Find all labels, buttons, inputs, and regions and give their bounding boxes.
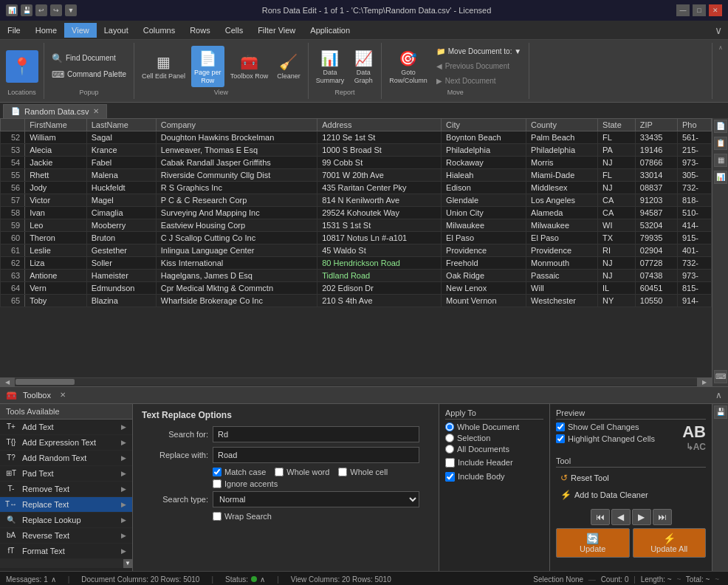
- data-cell[interactable]: Westchester: [526, 294, 598, 307]
- highlight-changed-cells-checkbox[interactable]: Highlight Changed Cells: [556, 434, 655, 443]
- first-button[interactable]: ⏮: [591, 509, 610, 525]
- data-cell[interactable]: Milwaukee: [526, 219, 598, 231]
- data-cell[interactable]: 305-: [678, 168, 712, 181]
- data-cell[interactable]: 215-: [678, 143, 712, 156]
- data-cell[interactable]: NJ: [598, 269, 636, 281]
- col-header-county[interactable]: County: [526, 118, 598, 131]
- data-cell[interactable]: Passaic: [526, 269, 598, 281]
- tools-scrollbar[interactable]: ▼: [0, 559, 132, 568]
- reset-tool-button[interactable]: ↺ Reset Tool: [556, 471, 706, 485]
- data-cell[interactable]: RI: [598, 244, 636, 256]
- data-cell[interactable]: Leslie: [25, 244, 87, 256]
- data-cell[interactable]: 1210 Se 1st St: [317, 131, 442, 143]
- menu-layout[interactable]: Layout: [97, 23, 136, 38]
- dropdown-icon[interactable]: ▼: [65, 4, 77, 16]
- data-cell[interactable]: 7001 W 20th Ave: [317, 168, 442, 181]
- table-row[interactable]: 64VernEdmundsonCpr Medical Mktng & Commc…: [1, 281, 712, 294]
- row-number-cell[interactable]: 58: [1, 206, 25, 219]
- data-cell[interactable]: Hameister: [86, 269, 156, 281]
- tool-item-replace-lookup[interactable]: 🔍 Replace Lookup ▶: [0, 513, 132, 528]
- data-cell[interactable]: PA: [598, 143, 636, 156]
- table-row[interactable]: 58IvanCimagliaSurveying And Mapping Inc2…: [1, 206, 712, 219]
- data-cell[interactable]: IL: [598, 281, 636, 294]
- data-cell[interactable]: Jody: [25, 181, 87, 194]
- right-icon-4[interactable]: 📊: [714, 171, 727, 184]
- col-header-city[interactable]: City: [442, 118, 526, 131]
- data-cell[interactable]: Magel: [86, 194, 156, 206]
- data-cell[interactable]: Providence: [526, 244, 598, 256]
- tool-item-reverse-text[interactable]: bA Reverse Text ▶: [0, 528, 132, 544]
- data-cell[interactable]: Philadelphia: [442, 143, 526, 156]
- data-cell[interactable]: Palm Beach: [526, 131, 598, 143]
- data-cell[interactable]: C J Scallop Cutting Co Inc: [156, 231, 317, 244]
- undo-icon[interactable]: ↩: [35, 4, 47, 16]
- data-cell[interactable]: Monmouth: [526, 256, 598, 269]
- scroll-right-button[interactable]: ▶: [697, 377, 712, 386]
- data-cell[interactable]: 07728: [635, 256, 677, 269]
- data-cell[interactable]: 973-: [678, 269, 712, 281]
- data-cell[interactable]: 435 Raritan Center Pky: [317, 181, 442, 194]
- prev-button[interactable]: ◀: [611, 509, 631, 525]
- data-cell[interactable]: Rhett: [25, 168, 87, 181]
- whole-document-radio[interactable]: Whole Document: [445, 422, 543, 431]
- table-row[interactable]: 57VictorMagelP C & C Research Corp814 N …: [1, 194, 712, 206]
- data-cell[interactable]: 414-: [678, 219, 712, 231]
- show-cell-changes-checkbox[interactable]: Show Cell Changes: [556, 422, 655, 431]
- data-cell[interactable]: Cimaglia: [86, 206, 156, 219]
- move-document-to-button[interactable]: 📁 Move Document to: ▼: [433, 46, 524, 57]
- selection-radio[interactable]: Selection: [445, 434, 543, 442]
- data-cell[interactable]: FL: [598, 131, 636, 143]
- row-number-cell[interactable]: 59: [1, 219, 25, 231]
- update-button[interactable]: 🔄 Update: [556, 528, 630, 558]
- messages-chevron[interactable]: ∧: [51, 575, 56, 584]
- data-cell[interactable]: Philadelphia: [526, 143, 598, 156]
- data-cell[interactable]: 53204: [635, 219, 677, 231]
- data-cell[interactable]: Will: [526, 281, 598, 294]
- menu-view[interactable]: View: [64, 23, 97, 38]
- data-cell[interactable]: 732-: [678, 256, 712, 269]
- data-cell[interactable]: 19146: [635, 143, 677, 156]
- data-cell[interactable]: FL: [598, 168, 636, 181]
- data-cell[interactable]: Miami-Dade: [526, 168, 598, 181]
- data-cell[interactable]: 91203: [635, 194, 677, 206]
- data-cell[interactable]: 07866: [635, 156, 677, 168]
- table-row[interactable]: 59LeoMooberryEastview Housing Corp1531 S…: [1, 219, 712, 231]
- row-number-cell[interactable]: 63: [1, 269, 25, 281]
- right-icon-2[interactable]: 📋: [714, 137, 727, 150]
- minimize-button[interactable]: —: [676, 4, 690, 16]
- data-cell[interactable]: Riverside Community Cllg Dist: [156, 168, 317, 181]
- row-number-cell[interactable]: 57: [1, 194, 25, 206]
- data-cell[interactable]: Lenweaver, Thomas E Esq: [156, 143, 317, 156]
- row-number-cell[interactable]: 60: [1, 231, 25, 244]
- data-cell[interactable]: New Lenox: [442, 281, 526, 294]
- data-cell[interactable]: 973-: [678, 156, 712, 168]
- col-header-state[interactable]: State: [598, 118, 636, 131]
- data-cell[interactable]: 80 Hendrickson Road: [317, 256, 442, 269]
- table-row[interactable]: 60TheronBrutonC J Scallop Cutting Co Inc…: [1, 231, 712, 244]
- data-cell[interactable]: 1000 S Broad St: [317, 143, 442, 156]
- data-cell[interactable]: William: [25, 131, 87, 143]
- data-cell[interactable]: Tidland Road: [317, 269, 442, 281]
- data-cell[interactable]: Victor: [25, 194, 87, 206]
- toolbox-close-button[interactable]: ✕: [60, 391, 66, 399]
- include-header-checkbox[interactable]: Include Header: [445, 458, 543, 468]
- data-cell[interactable]: Surveying And Mapping Inc: [156, 206, 317, 219]
- data-cell[interactable]: Wharfside Brokerage Co Inc: [156, 294, 317, 307]
- search-type-select[interactable]: Normal Regex Wildcard: [213, 491, 419, 507]
- data-cell[interactable]: Middlesex: [526, 181, 598, 194]
- data-cell[interactable]: El Paso: [526, 231, 598, 244]
- table-row[interactable]: 56JodyHuckfeldtR S Graphics Inc435 Rarit…: [1, 181, 712, 194]
- tool-item-add-text[interactable]: T+ Add Text ▶: [0, 420, 132, 435]
- data-cell[interactable]: Bruton: [86, 231, 156, 244]
- data-cell[interactable]: Freehold: [442, 256, 526, 269]
- col-header-zip[interactable]: ZIP: [635, 118, 677, 131]
- tool-item-add-expression-text[interactable]: T{} Add Expression Text ▶: [0, 435, 132, 451]
- data-cell[interactable]: 510-: [678, 206, 712, 219]
- tool-item-format-text[interactable]: fT Format Text ▶: [0, 544, 132, 559]
- locations-button[interactable]: 📍: [6, 50, 38, 83]
- data-cell[interactable]: Malena: [86, 168, 156, 181]
- data-cell[interactable]: R S Graphics Inc: [156, 181, 317, 194]
- find-document-button[interactable]: 🔍 Find Document: [49, 52, 129, 65]
- close-button[interactable]: ✕: [709, 4, 722, 16]
- row-number-cell[interactable]: 61: [1, 244, 25, 256]
